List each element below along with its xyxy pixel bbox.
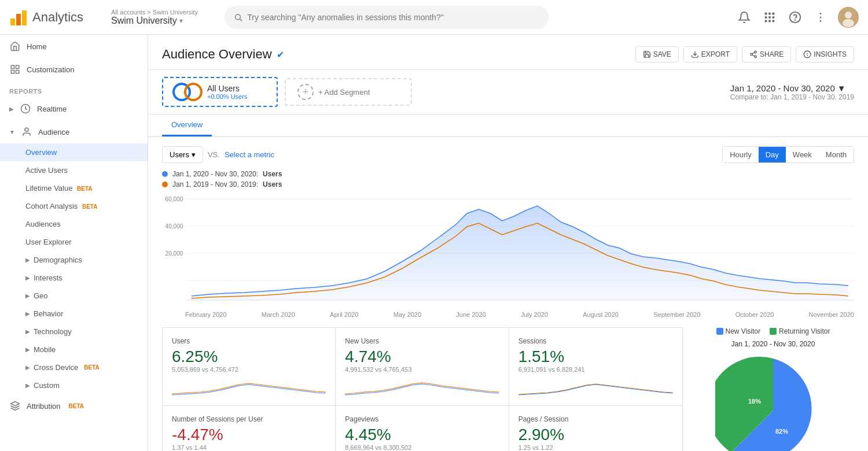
svg-rect-11 <box>765 20 767 22</box>
demographics-label: Demographics <box>34 256 82 264</box>
select-metric-link[interactable]: Select a metric <box>225 150 274 159</box>
sidebar-sub-item-active-users[interactable]: Active Users <box>0 161 148 179</box>
custom-label: Custom <box>34 381 60 390</box>
search-bar[interactable] <box>225 6 549 29</box>
svg-point-18 <box>820 20 822 22</box>
sidebar-expandable-cross-device[interactable]: ▶ Cross Device BETA <box>0 358 148 376</box>
svg-point-36 <box>807 56 808 56</box>
cross-device-beta: BETA <box>84 364 99 371</box>
chart-area: Users ▾ VS. Select a metric Hourly Day W… <box>148 137 868 327</box>
top-nav: Analytics All accounts > Swim University… <box>0 0 868 35</box>
time-hourly[interactable]: Hourly <box>723 147 759 162</box>
svg-rect-6 <box>768 12 771 14</box>
pie-legend: New Visitor Returning Visitor <box>716 327 830 335</box>
metric-pct-sessions: 1.51% <box>518 348 673 366</box>
svg-point-16 <box>820 13 822 14</box>
svg-point-17 <box>820 16 822 18</box>
svg-rect-8 <box>765 16 767 19</box>
date-range[interactable]: Jan 1, 2020 - Nov 30, 2020 ▼ Compare to:… <box>730 83 854 101</box>
sidebar-item-customization[interactable]: Customization <box>0 58 148 81</box>
insights-button[interactable]: INSIGHTS <box>796 46 854 62</box>
sidebar-sub-item-lifetime-value[interactable]: Lifetime Value BETA <box>0 179 148 197</box>
x-label-jul: July 2020 <box>521 311 548 318</box>
sidebar-item-home[interactable]: Home <box>0 35 148 58</box>
metric-sparkline-new-users <box>345 378 499 396</box>
add-segment-icon: + <box>297 84 314 100</box>
sidebar-sub-item-overview[interactable]: Overview <box>0 143 148 161</box>
apps-icon[interactable] <box>762 9 778 25</box>
help-icon[interactable] <box>787 9 803 25</box>
svg-rect-22 <box>11 65 14 68</box>
legend-dot-blue <box>162 171 168 177</box>
account-name[interactable]: Swim University ▾ <box>111 16 215 26</box>
svg-rect-1 <box>16 14 21 25</box>
behavior-expand-icon: ▶ <box>25 310 30 317</box>
insights-icon <box>803 50 811 58</box>
date-range-compare: Compare to: Jan 1, 2019 - Nov 30, 2019 <box>730 93 854 101</box>
svg-point-20 <box>845 12 852 19</box>
pie-dot-new-visitor <box>716 328 723 335</box>
add-segment[interactable]: + + Add Segment <box>285 78 412 106</box>
export-button[interactable]: EXPORT <box>683 46 737 62</box>
time-day[interactable]: Day <box>759 147 786 162</box>
pie-date: Jan 1, 2020 - Nov 30, 2020 <box>731 340 815 348</box>
metric-card-sessions-per-user: Number of Sessions per User -4.47% 1.37 … <box>163 406 336 451</box>
metric-label-new-users: New Users <box>345 337 499 345</box>
custom-expand-icon: ▶ <box>25 382 30 389</box>
sidebar-sub-item-cohort[interactable]: Cohort Analysis BETA <box>0 197 148 215</box>
lifetime-value-label: Lifetime Value <box>25 184 72 193</box>
chart-controls: Users ▾ VS. Select a metric Hourly Day W… <box>162 146 854 163</box>
audience-expand-icon: ▼ <box>9 129 15 135</box>
svg-point-21 <box>843 19 854 27</box>
sidebar-expandable-behavior[interactable]: ▶ Behavior <box>0 305 148 323</box>
sidebar-expandable-interests[interactable]: ▶ Interests <box>0 269 148 287</box>
main-layout: Home Customization REPORTS ▶ Realtime <box>0 35 868 451</box>
sidebar-sub-item-user-explorer[interactable]: User Explorer <box>0 233 148 251</box>
share-button[interactable]: SHARE <box>742 46 791 62</box>
interests-expand-icon: ▶ <box>25 275 30 281</box>
date-chevron-icon: ▼ <box>837 83 846 93</box>
mobile-expand-icon: ▶ <box>25 346 30 353</box>
sidebar-expandable-demographics[interactable]: ▶ Demographics <box>0 251 148 269</box>
search-input[interactable] <box>247 13 539 22</box>
all-users-segment[interactable]: All Users +0.00% Users <box>162 77 278 107</box>
metric-sparkline-sessions <box>518 378 673 396</box>
attribution-beta: BETA <box>69 403 84 409</box>
pie-legend-returning: Returning Visitor <box>770 327 830 335</box>
sidebar-sub-item-audiences[interactable]: Audiences <box>0 215 148 233</box>
sidebar-expandable-mobile[interactable]: ▶ Mobile <box>0 341 148 358</box>
more-icon[interactable] <box>812 9 829 25</box>
svg-line-33 <box>752 53 755 54</box>
user-avatar[interactable] <box>838 7 859 28</box>
metric-dropdown[interactable]: Users ▾ <box>162 146 203 163</box>
sidebar-item-realtime[interactable]: ▶ Realtime <box>0 97 148 120</box>
metric-pct-new-users: 4.74% <box>345 348 499 366</box>
home-icon <box>9 40 21 52</box>
time-week[interactable]: Week <box>786 147 819 162</box>
notifications-icon[interactable] <box>736 9 752 25</box>
sidebar-item-audience[interactable]: ▼ Audience <box>0 120 148 143</box>
metric-sparkline-users <box>172 378 326 396</box>
svg-text:20,000: 20,000 <box>165 250 183 257</box>
sidebar-expandable-geo[interactable]: ▶ Geo <box>0 287 148 305</box>
page-title: Audience Overview <box>162 47 272 62</box>
legend-item-2020: Jan 1, 2020 - Nov 30, 2020: Users <box>162 170 854 178</box>
sidebar-item-attribution[interactable]: Attribution BETA <box>0 394 148 417</box>
metric-pct-sessions-per-user: -4.47% <box>172 426 326 444</box>
lifetime-value-beta: BETA <box>77 186 92 192</box>
time-month[interactable]: Month <box>819 147 854 162</box>
metric-pct-pages-session: 2.90% <box>518 426 673 444</box>
date-range-main[interactable]: Jan 1, 2020 - Nov 30, 2020 ▼ <box>730 83 854 93</box>
tab-overview[interactable]: Overview <box>162 114 212 136</box>
sidebar-expandable-technology[interactable]: ▶ Technology <box>0 323 148 341</box>
metric-pct-users: 6.25% <box>172 348 326 366</box>
account-selector[interactable]: All accounts > Swim University Swim Univ… <box>111 9 215 26</box>
cohort-beta: BETA <box>82 204 97 210</box>
sidebar-expandable-custom[interactable]: ▶ Custom <box>0 376 148 394</box>
metric-label-pageviews: Pageviews <box>345 415 499 423</box>
mobile-label: Mobile <box>34 345 56 354</box>
svg-rect-9 <box>768 16 771 19</box>
metric-card-new-users: New Users 4.74% 4,991,532 vs 4,765,453 <box>336 328 509 406</box>
save-button[interactable]: SAVE <box>635 46 679 62</box>
chart-legend: Jan 1, 2020 - Nov 30, 2020: Users Jan 1,… <box>162 170 854 188</box>
